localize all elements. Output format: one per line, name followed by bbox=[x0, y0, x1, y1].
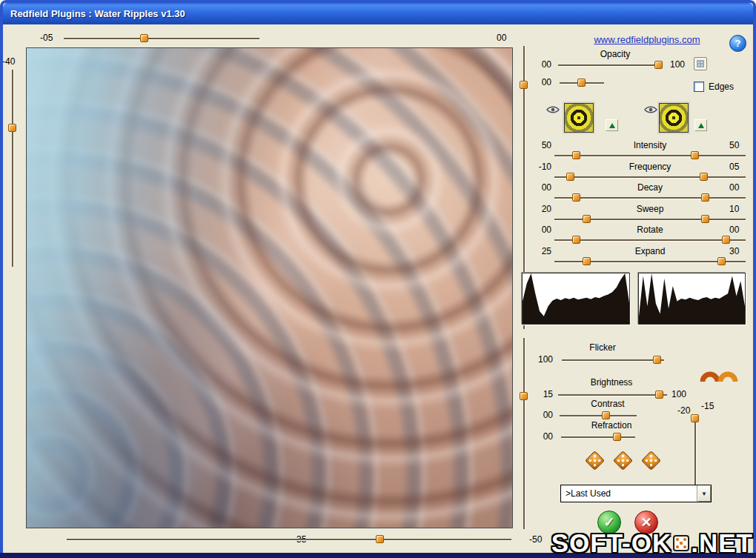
rotate-right-value: 00 bbox=[729, 225, 739, 235]
rotate-label: Rotate bbox=[554, 225, 746, 235]
watermark-dice-icon bbox=[673, 535, 689, 551]
decay-left-value: 00 bbox=[523, 182, 551, 193]
intensity-slider-track[interactable] bbox=[554, 155, 746, 156]
intensity-label: Intensity bbox=[554, 140, 746, 150]
water-ripple-render bbox=[26, 47, 513, 528]
refraction-left-value: 00 bbox=[532, 431, 553, 442]
intensity-left-value: 50 bbox=[523, 140, 551, 150]
preset-dropdown[interactable]: >Last Used ▼ bbox=[560, 485, 712, 502]
flicker-value: 100 bbox=[532, 354, 553, 365]
brightness-label: Brightness bbox=[563, 377, 660, 388]
brightness-slider-track[interactable] bbox=[558, 394, 667, 396]
intensity-right-value: 50 bbox=[729, 140, 739, 150]
expand-left-handle[interactable] bbox=[583, 257, 591, 265]
sweep-left-handle[interactable] bbox=[583, 215, 591, 223]
intensity-right-handle[interactable] bbox=[691, 151, 699, 159]
top-slider-right-value: 00 bbox=[497, 33, 506, 43]
rotate-slider-track[interactable] bbox=[554, 239, 746, 241]
histogram-display-left bbox=[522, 273, 630, 325]
frequency-left-handle[interactable] bbox=[566, 173, 574, 181]
texture-picker-button[interactable] bbox=[606, 119, 618, 131]
sweep-right-handle[interactable] bbox=[701, 215, 709, 223]
aux-slider-value: 00 bbox=[534, 77, 551, 87]
opacity-max-value: 100 bbox=[670, 59, 685, 70]
contrast-left-value: 00 bbox=[532, 410, 553, 420]
opacity-slider-handle[interactable] bbox=[654, 61, 663, 69]
left-slider-track[interactable] bbox=[12, 70, 13, 267]
random-dice-icon[interactable] bbox=[641, 451, 661, 471]
flicker-slider-track[interactable] bbox=[562, 359, 664, 361]
texture-picker-button[interactable] bbox=[694, 119, 707, 131]
left-slider-value: -40 bbox=[2, 56, 15, 67]
intensity-left-handle[interactable] bbox=[572, 151, 580, 159]
bottom-slider-handle[interactable] bbox=[376, 535, 384, 543]
right-upper-slider-handle[interactable] bbox=[520, 81, 528, 89]
texture-pattern-icon bbox=[697, 60, 704, 67]
refraction-slider-handle[interactable] bbox=[613, 433, 621, 441]
edges-checkbox[interactable] bbox=[694, 82, 704, 92]
right-lower-slider-track[interactable] bbox=[523, 338, 525, 529]
expand-right-value: 30 bbox=[729, 246, 739, 256]
opacity-texture-button[interactable] bbox=[694, 57, 707, 70]
bottom-slider-track[interactable] bbox=[67, 539, 511, 540]
watermark: SOFT-OK .NET bbox=[551, 528, 753, 558]
right-lower-slider-handle[interactable] bbox=[520, 392, 528, 400]
frequency-label: Frequency bbox=[554, 162, 746, 172]
decay-slider-track[interactable] bbox=[554, 197, 746, 199]
title-bar[interactable]: Redfield Plugins : Water Ripples v1.30 bbox=[3, 3, 753, 24]
top-slider-left-value: -05 bbox=[40, 33, 53, 43]
left-slider-handle[interactable] bbox=[8, 124, 16, 132]
up-triangle-icon bbox=[698, 123, 704, 128]
refraction-slider-track[interactable] bbox=[561, 436, 635, 438]
contrast-vertical-value-2: -15 bbox=[701, 401, 714, 411]
preset-dropdown-value: >Last Used bbox=[561, 488, 697, 499]
brightness-slider-handle[interactable] bbox=[655, 391, 663, 399]
eye-icon[interactable] bbox=[546, 105, 560, 114]
flicker-label: Flicker bbox=[554, 342, 651, 353]
watermark-text-right: .NET bbox=[691, 528, 753, 558]
decay-left-handle[interactable] bbox=[572, 193, 580, 202]
sweep-label: Sweep bbox=[554, 204, 746, 214]
eye-icon[interactable] bbox=[644, 105, 657, 114]
wave-icon[interactable] bbox=[700, 364, 738, 383]
up-triangle-icon bbox=[609, 123, 615, 128]
sweep-right-value: 10 bbox=[729, 204, 739, 214]
contrast-slider-track[interactable] bbox=[560, 415, 637, 416]
dropdown-arrow-button[interactable]: ▼ bbox=[697, 485, 711, 502]
top-slider-track[interactable] bbox=[64, 38, 259, 39]
expand-label: Expand bbox=[554, 246, 746, 256]
brightness-right-value: 100 bbox=[672, 389, 686, 399]
opacity-label: Opacity bbox=[586, 49, 645, 59]
frequency-left-value: -10 bbox=[523, 162, 551, 172]
opacity-slider-track[interactable] bbox=[558, 64, 663, 66]
texture-thumbnail[interactable] bbox=[659, 103, 689, 133]
refraction-label: Refraction bbox=[563, 420, 660, 431]
rotate-left-handle[interactable] bbox=[572, 236, 580, 244]
aux-slider-handle[interactable] bbox=[577, 79, 586, 87]
random-dice-icon[interactable] bbox=[585, 451, 605, 471]
texture-thumbnail[interactable] bbox=[564, 103, 594, 133]
edges-label: Edges bbox=[709, 82, 734, 92]
contrast-label: Contrast bbox=[560, 399, 656, 409]
brightness-left-value: 15 bbox=[532, 389, 553, 399]
plugin-window: Redfield Plugins : Water Ripples v1.30 -… bbox=[0, 0, 756, 558]
decay-right-value: 00 bbox=[729, 182, 739, 193]
help-button[interactable]: ? bbox=[729, 35, 746, 52]
contrast-vertical-slider-track[interactable] bbox=[694, 415, 696, 485]
histogram-display-right bbox=[638, 273, 746, 325]
random-dice-icon[interactable] bbox=[613, 451, 633, 471]
contrast-vertical-slider-handle[interactable] bbox=[691, 414, 699, 422]
frequency-slider-track[interactable] bbox=[554, 176, 746, 178]
rotate-right-handle[interactable] bbox=[722, 236, 730, 244]
frequency-right-handle[interactable] bbox=[700, 173, 708, 181]
bottom-slider-right-value: -50 bbox=[529, 534, 542, 545]
contrast-slider-handle[interactable] bbox=[602, 411, 610, 419]
preview-image[interactable] bbox=[26, 47, 513, 528]
expand-right-handle[interactable] bbox=[717, 257, 726, 265]
website-link[interactable]: www.redfieldplugins.com bbox=[577, 34, 717, 45]
window-title: Redfield Plugins : Water Ripples v1.30 bbox=[10, 8, 185, 19]
top-slider-handle[interactable] bbox=[140, 34, 148, 42]
watermark-text-left: SOFT-OK bbox=[551, 528, 672, 558]
flicker-slider-handle[interactable] bbox=[653, 356, 661, 364]
decay-right-handle[interactable] bbox=[701, 193, 709, 202]
